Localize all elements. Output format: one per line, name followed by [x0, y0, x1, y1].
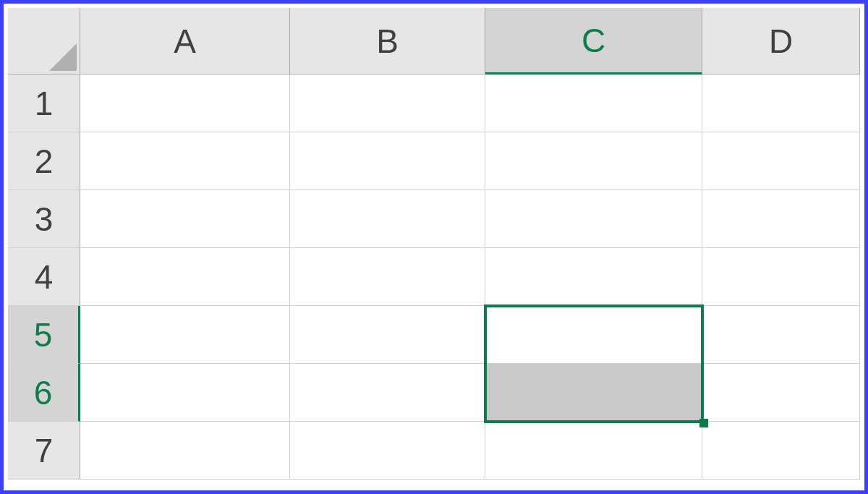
column-header-D[interactable]: D [702, 8, 860, 74]
cell-D4[interactable] [702, 248, 860, 306]
row-header-1[interactable]: 1 [8, 74, 80, 132]
fill-handle[interactable] [699, 419, 708, 427]
cell-B7[interactable] [290, 422, 485, 480]
spreadsheet-frame: A B C D 1 2 3 4 5 6 [0, 0, 868, 494]
row-header-2[interactable]: 2 [8, 132, 80, 190]
cell-B5[interactable] [290, 306, 485, 364]
cell-A7[interactable] [80, 422, 290, 480]
cell-A3[interactable] [80, 190, 290, 248]
cell-A4[interactable] [80, 248, 290, 306]
cell-B4[interactable] [290, 248, 485, 306]
column-header-B[interactable]: B [290, 8, 485, 74]
cell-D1[interactable] [702, 74, 860, 132]
cell-B6[interactable] [290, 364, 485, 422]
cell-A6[interactable] [80, 364, 290, 422]
cell-A5[interactable] [80, 306, 290, 364]
cell-B2[interactable] [290, 132, 485, 190]
cell-A2[interactable] [80, 132, 290, 190]
cell-B1[interactable] [290, 74, 485, 132]
select-all-corner[interactable] [8, 8, 80, 74]
cell-D3[interactable] [702, 190, 860, 248]
spreadsheet-grid: A B C D 1 2 3 4 5 6 [8, 8, 860, 486]
cell-D2[interactable] [702, 132, 860, 190]
row-header-3[interactable]: 3 [8, 190, 80, 248]
column-header-C[interactable]: C [485, 8, 702, 74]
cell-C6[interactable] [485, 364, 702, 422]
row-header-7[interactable]: 7 [8, 422, 80, 480]
cell-A1[interactable] [80, 74, 290, 132]
cell-C3[interactable] [485, 190, 702, 248]
select-all-triangle-icon [49, 43, 77, 71]
column-header-A[interactable]: A [80, 8, 290, 74]
row-header-6[interactable]: 6 [8, 364, 80, 422]
cell-D6[interactable] [702, 364, 860, 422]
cell-C4[interactable] [485, 248, 702, 306]
cell-C1[interactable] [485, 74, 702, 132]
row-header-4[interactable]: 4 [8, 248, 80, 306]
cell-C2[interactable] [485, 132, 702, 190]
cell-D5[interactable] [702, 306, 860, 364]
cell-B3[interactable] [290, 190, 485, 248]
cell-C5[interactable] [485, 306, 702, 364]
svg-marker-0 [49, 43, 77, 71]
cell-D7[interactable] [702, 422, 860, 480]
row-header-5[interactable]: 5 [8, 306, 80, 364]
cell-C7[interactable] [485, 422, 702, 480]
